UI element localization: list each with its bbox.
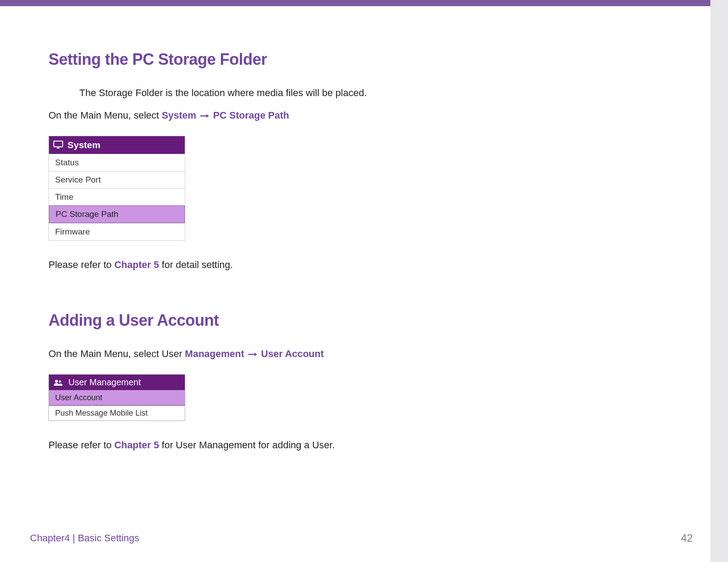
nav-instruction-user: On the Main Menu, select User Management… xyxy=(49,347,679,361)
svg-rect-2 xyxy=(54,141,63,147)
user-management-title: User Management xyxy=(68,377,141,387)
svg-point-7 xyxy=(55,380,58,382)
nav-link-management: Management xyxy=(185,348,244,359)
users-icon xyxy=(53,379,63,386)
system-menu-header[interactable]: System xyxy=(49,136,185,154)
nav-prefix: On the Main Menu, select xyxy=(49,110,162,121)
refer-prefix-user: Please refer to xyxy=(49,439,114,450)
footer-chapter: Chapter4 | Basic Settings xyxy=(30,532,139,544)
menu-item-push-message[interactable]: Push Message Mobile List xyxy=(49,406,185,421)
refer-text-storage: Please refer to Chapter 5 for detail set… xyxy=(49,258,679,272)
nav-link-system: System xyxy=(162,110,196,121)
nav-instruction-storage: On the Main Menu, select System PC Stora… xyxy=(49,109,679,123)
system-menu-title: System xyxy=(67,140,101,150)
menu-item-firmware[interactable]: Firmware xyxy=(49,223,185,240)
refer-prefix: Please refer to xyxy=(49,259,114,270)
page-content: Setting the PC Storage Folder The Storag… xyxy=(0,6,728,452)
svg-point-8 xyxy=(59,380,61,383)
refer-suffix: for detail setting. xyxy=(159,259,233,270)
menu-item-status[interactable]: Status xyxy=(49,154,185,171)
nav-link-pc-storage: PC Storage Path xyxy=(213,110,289,121)
system-menu: System Status Service Port Time PC Stora… xyxy=(49,136,185,241)
intro-text: The Storage Folder is the location where… xyxy=(49,86,679,100)
refer-link-chapter5-user[interactable]: Chapter 5 xyxy=(114,439,159,450)
user-management-header[interactable]: User Management xyxy=(49,375,185,390)
nav-prefix-user: On the Main Menu, select User xyxy=(49,348,185,359)
menu-item-time[interactable]: Time xyxy=(49,188,185,205)
arrow-icon xyxy=(200,108,209,122)
user-management-menu: User Management User Account Push Messag… xyxy=(49,374,185,421)
section-user-account: Adding a User Account On the Main Menu, … xyxy=(49,311,679,452)
heading-user-account: Adding a User Account xyxy=(49,311,679,330)
menu-item-service-port[interactable]: Service Port xyxy=(49,171,185,188)
svg-marker-1 xyxy=(206,114,209,118)
menu-item-user-account[interactable]: User Account xyxy=(49,390,185,406)
heading-storage-folder: Setting the PC Storage Folder xyxy=(49,50,679,69)
menu-item-pc-storage-path[interactable]: PC Storage Path xyxy=(49,205,185,223)
arrow-icon xyxy=(248,347,257,361)
refer-suffix-user: for User Management for adding a User. xyxy=(159,439,335,450)
top-border-bar xyxy=(0,0,728,6)
nav-link-user-account: User Account xyxy=(261,348,324,359)
refer-text-user: Please refer to Chapter 5 for User Manag… xyxy=(49,439,679,452)
page-footer: Chapter4 | Basic Settings 42 xyxy=(30,532,693,544)
refer-link-chapter5[interactable]: Chapter 5 xyxy=(114,259,159,270)
footer-page-number: 42 xyxy=(681,532,693,544)
svg-marker-6 xyxy=(254,353,257,356)
monitor-icon xyxy=(53,141,63,149)
